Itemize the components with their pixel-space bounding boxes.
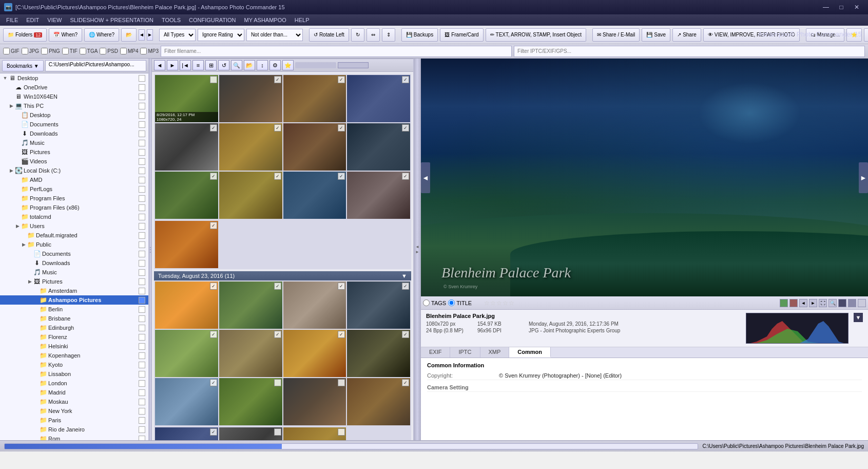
- tree-item-desktop[interactable]: ▼🖥Desktop: [0, 73, 148, 83]
- tree-item-checkbox[interactable]: [139, 306, 145, 313]
- exif-tab-exif[interactable]: EXIF: [421, 347, 450, 358]
- tree-item-onedrive[interactable]: ☁OneDrive: [0, 83, 148, 92]
- tree-item-checkbox[interactable]: [139, 362, 145, 368]
- tree-item-checkbox[interactable]: [139, 278, 145, 285]
- filename-filter[interactable]: [161, 46, 512, 57]
- tree-item-berlin[interactable]: 📁Berlin: [0, 305, 148, 314]
- tree-item-checkbox[interactable]: [139, 214, 145, 220]
- thumb-checkbox[interactable]: ✓: [210, 124, 217, 132]
- tree-item-checkbox[interactable]: [139, 436, 145, 441]
- menu-tools[interactable]: TOOLS: [158, 14, 185, 26]
- thumb-sort[interactable]: ↕: [257, 60, 268, 70]
- thumb-checkbox[interactable]: [274, 379, 281, 386]
- tree-item-checkbox[interactable]: [139, 241, 145, 248]
- thumb-checkbox[interactable]: ✓: [274, 331, 281, 338]
- tree-item-checkbox[interactable]: [139, 103, 145, 109]
- rotate-left-button[interactable]: ↺ Rotate Left: [309, 28, 349, 42]
- thumbnail-item[interactable]: 8/29/2016, 12:17 PM1080x720, 24: [155, 75, 218, 122]
- tree-item-helsinki[interactable]: 📁Helsinki: [0, 342, 148, 351]
- tree-item-checkbox[interactable]: [139, 251, 145, 257]
- tree-item-checkbox[interactable]: [139, 112, 145, 119]
- tree-item-program-files[interactable]: 📁Program Files: [0, 194, 148, 203]
- tree-item-checkbox[interactable]: [139, 426, 145, 433]
- tree-item-checkbox[interactable]: [139, 186, 145, 193]
- thumbnail-item[interactable]: ✓: [283, 172, 346, 219]
- thumb-checkbox[interactable]: ✓: [274, 283, 281, 290]
- preview-next-button[interactable]: ►: [859, 162, 868, 193]
- thumb-size-slider[interactable]: [295, 62, 336, 68]
- exif-tab-xmp[interactable]: XMP: [480, 347, 510, 358]
- tree-item-amsterdam[interactable]: 📁Amsterdam: [0, 286, 148, 295]
- tree-item-madrid[interactable]: 📁Madrid: [0, 388, 148, 397]
- tree-item-lissabon[interactable]: 📁Lissabon: [0, 369, 148, 379]
- thumbnail-item[interactable]: ✓: [219, 123, 282, 171]
- thumb-checkbox[interactable]: ✓: [274, 124, 281, 132]
- tree-item-brisbane[interactable]: 📁Brisbane: [0, 314, 148, 323]
- tree-item-checkbox[interactable]: [139, 204, 145, 211]
- where-button[interactable]: 🌐 Where?: [84, 28, 119, 42]
- thumb-view-grid[interactable]: ⊞: [205, 60, 217, 70]
- tree-item-checkbox[interactable]: [139, 288, 145, 294]
- open-folder-button[interactable]: 📂: [121, 28, 137, 42]
- thumbnail-scroll[interactable]: 8/29/2016, 12:17 PM1080x720, 24 ✓ ✓ ✓ ✓: [152, 72, 413, 440]
- thumb-checkbox[interactable]: ✓: [402, 124, 409, 132]
- tree-item-rom[interactable]: 📁Rom: [0, 434, 148, 440]
- close-button[interactable]: ✕: [850, 2, 864, 12]
- tree-item-music[interactable]: 🎵Music: [0, 138, 148, 147]
- tree-item-totalcmd[interactable]: 📁totalcmd: [0, 212, 148, 221]
- tree-item-checkbox[interactable]: [139, 380, 145, 387]
- tree-item-checkbox[interactable]: [139, 167, 145, 174]
- thumb-view-list[interactable]: ≡: [192, 60, 204, 70]
- thumb-checkbox[interactable]: ✓: [210, 283, 217, 290]
- thumbnail-item[interactable]: ✓: [155, 330, 218, 377]
- thumb-checkbox[interactable]: ✓: [210, 428, 217, 436]
- tree-item-checkbox[interactable]: [139, 232, 145, 239]
- tree-item-default-migrated[interactable]: 📁Default.migrated: [0, 231, 148, 240]
- thumb-open-folder[interactable]: 📂: [244, 60, 255, 70]
- date-filter-select[interactable]: Not older than...: [246, 29, 303, 41]
- tag-next[interactable]: ►: [809, 299, 817, 307]
- tree-item-documents[interactable]: 📄Documents: [0, 249, 148, 258]
- tree-item-documents[interactable]: 📄Documents: [0, 120, 148, 129]
- nav-back[interactable]: ◄: [139, 29, 145, 41]
- thumb-checkbox[interactable]: [338, 379, 345, 386]
- tree-item-checkbox[interactable]: [139, 130, 145, 137]
- tree-item-checkbox[interactable]: [139, 325, 145, 331]
- thumb-checkbox[interactable]: ✓: [274, 76, 281, 83]
- menu-edit[interactable]: EDIT: [22, 14, 43, 26]
- frame-card-button[interactable]: 🖼 Frame/Card: [440, 28, 483, 42]
- tree-item-checkbox[interactable]: [139, 158, 145, 165]
- thumbnail-item[interactable]: ✓: [155, 172, 218, 219]
- title-radio[interactable]: TITLE: [448, 299, 472, 306]
- tree-item-videos[interactable]: 🎬Videos: [0, 157, 148, 166]
- tree-item-checkbox[interactable]: [139, 75, 145, 82]
- thumbnail-item[interactable]: ✓: [155, 378, 218, 425]
- menu-view[interactable]: VIEW: [43, 14, 66, 26]
- exif-tab-iptc[interactable]: IPTC: [450, 347, 480, 358]
- date-group-header[interactable]: Tuesday, August 23, 2016 (11) ▼: [154, 271, 411, 280]
- tag-fullscreen[interactable]: ⛶: [819, 299, 827, 307]
- tree-item-florenz[interactable]: 📁Florenz: [0, 332, 148, 342]
- tree-item-moskau[interactable]: 📁Moskau: [0, 397, 148, 406]
- tree-item-local-disk--c--[interactable]: ▶💽Local Disk (C:): [0, 166, 148, 175]
- minimize-button[interactable]: —: [819, 2, 833, 12]
- thumbnail-item[interactable]: ✓: [155, 282, 218, 329]
- tree-item-pictures[interactable]: ▶🖼Pictures: [0, 277, 148, 286]
- thumb-checkbox[interactable]: [210, 76, 217, 83]
- tree-item-this-pc[interactable]: ▶💻This PC: [0, 101, 148, 110]
- star-1[interactable]: ☆: [484, 299, 490, 307]
- tree-item-checkbox[interactable]: [139, 417, 145, 424]
- tag-prev[interactable]: ◄: [799, 299, 807, 307]
- tree-item-checkbox[interactable]: [139, 408, 145, 415]
- jpg-filter[interactable]: JPG: [22, 48, 39, 54]
- nav-forward[interactable]: ►: [147, 29, 153, 41]
- rating-filter-select[interactable]: Ignore Rating: [198, 29, 244, 41]
- tree-item-program-files--x86-[interactable]: 📁Program Files (x86): [0, 203, 148, 212]
- thumbnail-item[interactable]: ✓: [283, 123, 346, 171]
- thumbnail-item[interactable]: [219, 378, 282, 425]
- thumbnail-item[interactable]: [283, 378, 346, 425]
- png-filter[interactable]: PNG: [41, 48, 60, 54]
- thumb-nav-first[interactable]: |◄: [180, 60, 191, 70]
- gif-filter[interactable]: GIF: [3, 48, 20, 54]
- thumb-star-filter[interactable]: ⭐: [282, 60, 294, 70]
